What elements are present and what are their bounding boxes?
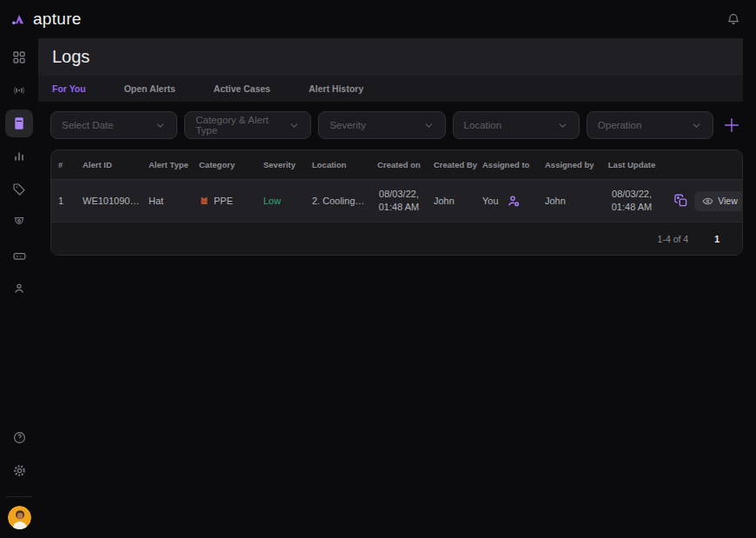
tab-active-cases[interactable]: Active Cases bbox=[214, 83, 270, 94]
filter-label: Category & Alert Type bbox=[196, 115, 288, 136]
col-created-on: Created on bbox=[371, 160, 427, 169]
sidebar-item-dashboard[interactable] bbox=[5, 43, 33, 71]
topbar: apture bbox=[0, 0, 756, 38]
bar-chart-icon bbox=[12, 149, 26, 163]
pagination-range: 1-4 of 4 bbox=[658, 234, 689, 244]
filter-category-alert-type[interactable]: Category & Alert Type bbox=[184, 111, 311, 139]
last-update-date: 08/03/22, bbox=[595, 188, 668, 201]
chevron-down-icon bbox=[288, 120, 300, 131]
eye-icon bbox=[702, 196, 713, 207]
col-alert-id: Alert ID bbox=[76, 160, 142, 169]
filter-label: Location bbox=[464, 120, 501, 130]
cell-case-action[interactable] bbox=[668, 193, 694, 209]
assigned-to-label: You bbox=[482, 196, 499, 206]
chevron-down-icon bbox=[155, 120, 166, 131]
gear-icon bbox=[12, 463, 27, 478]
person-add-icon[interactable] bbox=[507, 194, 521, 209]
chevron-down-icon bbox=[557, 120, 568, 131]
filter-label: Select Date bbox=[62, 120, 113, 130]
sidebar-divider bbox=[6, 496, 32, 497]
avatar-illustration bbox=[8, 506, 31, 529]
created-on-date: 08/03/22, bbox=[371, 188, 427, 201]
sidebar-item-live[interactable] bbox=[5, 76, 33, 104]
sidebar bbox=[0, 38, 38, 538]
created-on-time: 01:48 AM bbox=[371, 201, 427, 214]
filter-select-date[interactable]: Select Date bbox=[50, 111, 177, 139]
bell-icon bbox=[726, 12, 740, 26]
pagination-page-1[interactable]: 1 bbox=[714, 234, 720, 244]
cell-category: PPE bbox=[192, 196, 256, 206]
col-location: Location bbox=[305, 160, 371, 169]
cell-assigned-to: You bbox=[475, 194, 538, 209]
sidebar-item-analytics[interactable] bbox=[5, 143, 33, 170]
sidebar-item-users[interactable] bbox=[5, 275, 33, 302]
cell-alert-type: Hat bbox=[142, 196, 192, 206]
filter-operation[interactable]: Operation bbox=[587, 111, 713, 139]
table-row[interactable]: 1 WE101090… Hat PPE Low 2. Cooling… 08/0… bbox=[51, 179, 742, 223]
col-alert-type: Alert Type bbox=[142, 160, 192, 169]
brand-logo[interactable]: apture bbox=[10, 10, 82, 29]
filter-location[interactable]: Location bbox=[453, 111, 580, 139]
filter-label: Severity bbox=[329, 120, 366, 130]
help-icon bbox=[12, 430, 27, 445]
tag-icon bbox=[12, 183, 26, 196]
sidebar-item-tags[interactable] bbox=[5, 176, 33, 203]
col-last-update: Last Update bbox=[595, 160, 668, 169]
col-severity: Severity bbox=[256, 160, 305, 169]
view-label: View bbox=[718, 196, 738, 206]
tab-open-alerts[interactable]: Open Alerts bbox=[124, 83, 176, 94]
logs-book-icon bbox=[12, 116, 26, 130]
sidebar-item-cameras[interactable] bbox=[5, 209, 33, 236]
logo-mark-icon bbox=[10, 11, 27, 28]
chevron-down-icon bbox=[423, 120, 434, 131]
sidebar-item-badges[interactable] bbox=[5, 242, 33, 269]
user-avatar[interactable] bbox=[8, 506, 31, 529]
filter-label: Operation bbox=[598, 120, 642, 130]
category-label: PPE bbox=[214, 196, 233, 206]
tab-bar: For You Open Alerts Active Cases Alert H… bbox=[38, 76, 743, 102]
col-assigned-by: Assigned by bbox=[538, 160, 595, 169]
table-footer: 1-4 of 4 1 bbox=[51, 223, 742, 255]
col-index: # bbox=[51, 160, 76, 169]
filter-severity[interactable]: Severity bbox=[318, 111, 445, 139]
cell-location: 2. Cooling… bbox=[305, 196, 371, 206]
badge-card-icon bbox=[12, 249, 27, 263]
cell-severity: Low bbox=[256, 196, 305, 206]
cell-view: View bbox=[694, 191, 742, 211]
page-header: Logs bbox=[38, 38, 743, 76]
cell-index: 1 bbox=[51, 196, 76, 206]
tab-for-you[interactable]: For You bbox=[52, 83, 86, 94]
ppe-vest-icon bbox=[199, 196, 209, 206]
cell-created-by: John bbox=[427, 196, 475, 206]
chevron-down-icon bbox=[691, 120, 702, 131]
col-assigned-to: Assigned to bbox=[475, 160, 538, 169]
add-filter-button[interactable] bbox=[720, 114, 743, 136]
table-header-row: # Alert ID Alert Type Category Severity … bbox=[51, 150, 742, 179]
filter-bar: Select Date Category & Alert Type Severi… bbox=[38, 102, 756, 149]
page-title: Logs bbox=[52, 47, 90, 67]
cell-last-update: 08/03/22, 01:48 AM bbox=[595, 188, 668, 214]
last-update-time: 01:48 AM bbox=[595, 201, 668, 214]
cell-assigned-by: John bbox=[538, 196, 595, 206]
user-icon bbox=[12, 282, 26, 296]
cell-created-on: 08/03/22, 01:48 AM bbox=[371, 188, 427, 214]
cell-alert-id: WE101090… bbox=[76, 196, 142, 206]
col-created-by: Created By bbox=[427, 160, 475, 169]
view-button[interactable]: View bbox=[694, 191, 742, 211]
notifications-button[interactable] bbox=[726, 12, 740, 26]
case-icon bbox=[673, 193, 689, 209]
col-category: Category bbox=[192, 160, 256, 169]
broadcast-icon bbox=[12, 83, 26, 97]
sidebar-item-logs[interactable] bbox=[5, 110, 33, 137]
brand-name: apture bbox=[33, 10, 82, 29]
sidebar-item-settings[interactable] bbox=[5, 456, 33, 484]
main-content: Logs For You Open Alerts Active Cases Al… bbox=[38, 38, 756, 538]
sidebar-item-help[interactable] bbox=[5, 423, 33, 451]
camera-icon bbox=[12, 216, 26, 229]
plus-icon bbox=[722, 116, 741, 135]
tab-alert-history[interactable]: Alert History bbox=[308, 83, 363, 94]
dashboard-grid-icon bbox=[12, 50, 26, 64]
logs-table: # Alert ID Alert Type Category Severity … bbox=[50, 149, 743, 256]
